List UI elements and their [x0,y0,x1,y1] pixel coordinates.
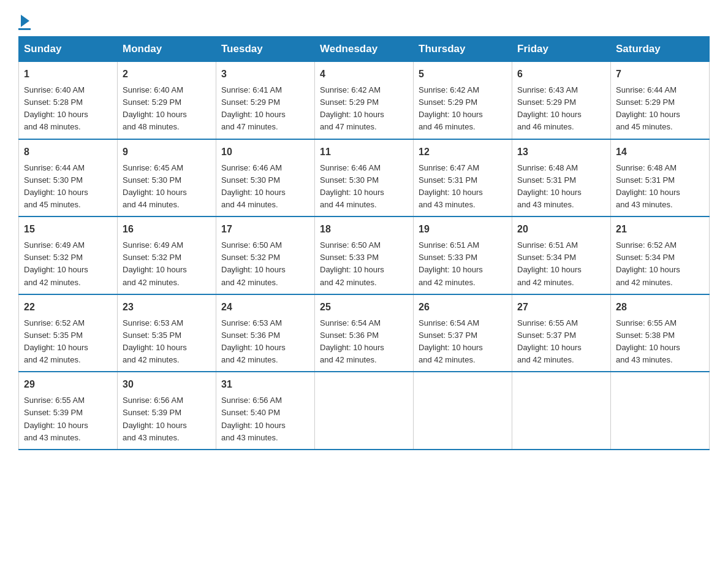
day-info: Sunrise: 6:53 AMSunset: 5:35 PMDaylight:… [123,318,187,364]
col-header-sunday: Sunday [19,37,118,62]
day-number: 25 [320,300,408,315]
day-info: Sunrise: 6:48 AMSunset: 5:31 PMDaylight:… [616,163,680,209]
day-number: 21 [616,222,704,237]
week-row-2: 8 Sunrise: 6:44 AMSunset: 5:30 PMDayligh… [19,139,710,217]
day-info: Sunrise: 6:55 AMSunset: 5:38 PMDaylight:… [616,318,680,364]
day-cell: 2 Sunrise: 6:40 AMSunset: 5:29 PMDayligh… [118,62,216,139]
day-number: 20 [517,222,605,237]
day-info: Sunrise: 6:48 AMSunset: 5:31 PMDaylight:… [517,163,582,209]
day-info: Sunrise: 6:52 AMSunset: 5:34 PMDaylight:… [616,240,680,286]
day-number: 31 [221,377,309,392]
day-cell: 7 Sunrise: 6:44 AMSunset: 5:29 PMDayligh… [611,62,710,139]
day-number: 24 [221,300,309,315]
day-number: 3 [221,67,309,82]
day-cell: 18 Sunrise: 6:50 AMSunset: 5:33 PMDaylig… [315,216,414,294]
col-header-monday: Monday [118,37,216,62]
col-header-saturday: Saturday [611,37,710,62]
day-number: 18 [320,222,408,237]
day-cell: 1 Sunrise: 6:40 AMSunset: 5:28 PMDayligh… [19,62,118,139]
col-header-thursday: Thursday [414,37,512,62]
week-row-1: 1 Sunrise: 6:40 AMSunset: 5:28 PMDayligh… [19,62,710,139]
day-cell: 14 Sunrise: 6:48 AMSunset: 5:31 PMDaylig… [611,139,710,217]
week-row-3: 15 Sunrise: 6:49 AMSunset: 5:32 PMDaylig… [19,216,710,294]
day-number: 30 [123,377,211,392]
day-cell: 11 Sunrise: 6:46 AMSunset: 5:30 PMDaylig… [315,139,414,217]
day-info: Sunrise: 6:42 AMSunset: 5:29 PMDaylight:… [419,85,483,131]
day-number: 16 [123,222,211,237]
day-info: Sunrise: 6:51 AMSunset: 5:33 PMDaylight:… [419,240,483,286]
day-cell: 10 Sunrise: 6:46 AMSunset: 5:30 PMDaylig… [216,139,315,217]
day-info: Sunrise: 6:44 AMSunset: 5:30 PMDaylight:… [24,163,88,209]
day-number: 12 [419,145,507,159]
day-info: Sunrise: 6:40 AMSunset: 5:28 PMDaylight:… [24,85,88,131]
day-cell: 27 Sunrise: 6:55 AMSunset: 5:37 PMDaylig… [512,294,611,372]
day-cell [611,372,710,450]
page-header [18,12,710,30]
day-cell: 15 Sunrise: 6:49 AMSunset: 5:32 PMDaylig… [19,216,118,294]
day-number: 8 [24,145,112,159]
day-info: Sunrise: 6:45 AMSunset: 5:30 PMDaylight:… [123,163,187,209]
day-info: Sunrise: 6:55 AMSunset: 5:39 PMDaylight:… [24,396,88,442]
day-cell: 17 Sunrise: 6:50 AMSunset: 5:32 PMDaylig… [216,216,315,294]
day-info: Sunrise: 6:55 AMSunset: 5:37 PMDaylight:… [517,318,582,364]
day-info: Sunrise: 6:42 AMSunset: 5:29 PMDaylight:… [320,85,384,131]
day-cell: 16 Sunrise: 6:49 AMSunset: 5:32 PMDaylig… [118,216,216,294]
day-cell: 4 Sunrise: 6:42 AMSunset: 5:29 PMDayligh… [315,62,414,139]
col-header-wednesday: Wednesday [315,37,414,62]
day-number: 9 [123,145,211,159]
day-info: Sunrise: 6:54 AMSunset: 5:37 PMDaylight:… [419,318,483,364]
day-info: Sunrise: 6:47 AMSunset: 5:31 PMDaylight:… [419,163,483,209]
day-number: 27 [517,300,605,315]
day-cell: 12 Sunrise: 6:47 AMSunset: 5:31 PMDaylig… [414,139,512,217]
day-info: Sunrise: 6:46 AMSunset: 5:30 PMDaylight:… [221,163,286,209]
day-cell: 22 Sunrise: 6:52 AMSunset: 5:35 PMDaylig… [19,294,118,372]
day-cell: 19 Sunrise: 6:51 AMSunset: 5:33 PMDaylig… [414,216,512,294]
day-cell: 26 Sunrise: 6:54 AMSunset: 5:37 PMDaylig… [414,294,512,372]
logo-arrow-icon [21,15,29,27]
day-cell: 5 Sunrise: 6:42 AMSunset: 5:29 PMDayligh… [414,62,512,139]
col-header-tuesday: Tuesday [216,37,315,62]
day-cell [315,372,414,450]
day-info: Sunrise: 6:51 AMSunset: 5:34 PMDaylight:… [517,240,582,286]
day-cell: 20 Sunrise: 6:51 AMSunset: 5:34 PMDaylig… [512,216,611,294]
day-cell: 28 Sunrise: 6:55 AMSunset: 5:38 PMDaylig… [611,294,710,372]
day-number: 29 [24,377,112,392]
day-info: Sunrise: 6:41 AMSunset: 5:29 PMDaylight:… [221,85,286,131]
col-header-friday: Friday [512,37,611,62]
day-info: Sunrise: 6:43 AMSunset: 5:29 PMDaylight:… [517,85,582,131]
day-cell [414,372,512,450]
logo [18,12,31,30]
day-info: Sunrise: 6:50 AMSunset: 5:33 PMDaylight:… [320,240,384,286]
day-info: Sunrise: 6:44 AMSunset: 5:29 PMDaylight:… [616,85,680,131]
day-info: Sunrise: 6:50 AMSunset: 5:32 PMDaylight:… [221,240,286,286]
day-cell: 3 Sunrise: 6:41 AMSunset: 5:29 PMDayligh… [216,62,315,139]
header-row: SundayMondayTuesdayWednesdayThursdayFrid… [19,37,710,62]
calendar-table: SundayMondayTuesdayWednesdayThursdayFrid… [18,36,710,450]
day-number: 28 [616,300,704,315]
day-cell: 21 Sunrise: 6:52 AMSunset: 5:34 PMDaylig… [611,216,710,294]
day-cell: 9 Sunrise: 6:45 AMSunset: 5:30 PMDayligh… [118,139,216,217]
day-number: 11 [320,145,408,159]
day-number: 17 [221,222,309,237]
day-cell: 8 Sunrise: 6:44 AMSunset: 5:30 PMDayligh… [19,139,118,217]
day-cell: 24 Sunrise: 6:53 AMSunset: 5:36 PMDaylig… [216,294,315,372]
day-cell: 30 Sunrise: 6:56 AMSunset: 5:39 PMDaylig… [118,372,216,450]
day-info: Sunrise: 6:49 AMSunset: 5:32 PMDaylight:… [123,240,187,286]
day-info: Sunrise: 6:56 AMSunset: 5:40 PMDaylight:… [221,396,286,442]
day-number: 26 [419,300,507,315]
day-cell: 29 Sunrise: 6:55 AMSunset: 5:39 PMDaylig… [19,372,118,450]
day-number: 7 [616,67,704,82]
day-number: 4 [320,67,408,82]
day-cell: 23 Sunrise: 6:53 AMSunset: 5:35 PMDaylig… [118,294,216,372]
day-cell: 31 Sunrise: 6:56 AMSunset: 5:40 PMDaylig… [216,372,315,450]
day-info: Sunrise: 6:56 AMSunset: 5:39 PMDaylight:… [123,396,187,442]
logo-underline [18,28,31,30]
day-number: 22 [24,300,112,315]
day-number: 2 [123,67,211,82]
day-info: Sunrise: 6:49 AMSunset: 5:32 PMDaylight:… [24,240,88,286]
week-row-4: 22 Sunrise: 6:52 AMSunset: 5:35 PMDaylig… [19,294,710,372]
day-number: 19 [419,222,507,237]
day-number: 15 [24,222,112,237]
day-number: 23 [123,300,211,315]
day-cell: 13 Sunrise: 6:48 AMSunset: 5:31 PMDaylig… [512,139,611,217]
